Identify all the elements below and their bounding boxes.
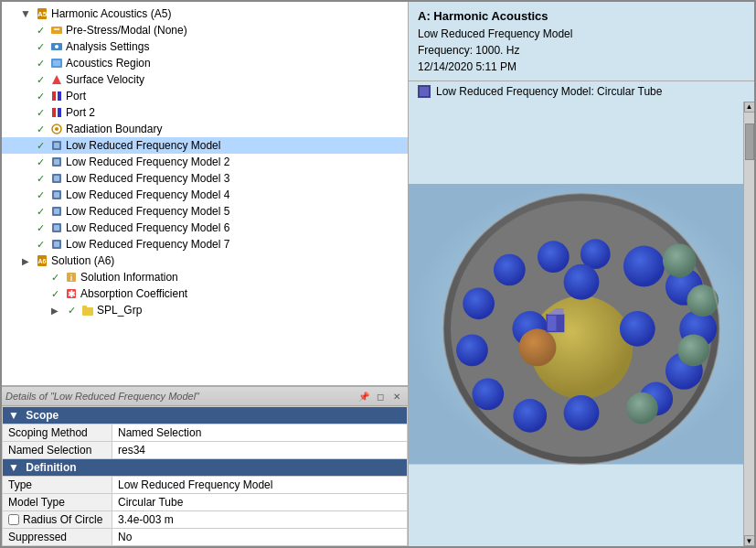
- check-icon: ✓: [33, 72, 48, 87]
- close-button[interactable]: ✕: [389, 389, 404, 403]
- svg-marker-64: [556, 315, 563, 331]
- svg-rect-28: [54, 242, 59, 247]
- tree-item-surface-velocity[interactable]: ✓ Surface Velocity: [2, 71, 408, 88]
- tree-item-solution[interactable]: ▶ A6 Solution (A6): [2, 253, 408, 269]
- value-cell[interactable]: No: [112, 529, 408, 546]
- tree-item-absorption[interactable]: ✓ ✱ Absorption Coefficient: [2, 285, 408, 302]
- collapse-icon: ▼: [8, 409, 19, 422]
- table-row: Suppressed No: [3, 529, 408, 546]
- tree-item-lrf6[interactable]: ✓ Low Reduced Frequency Model 6: [2, 220, 408, 236]
- lrf-icon: [49, 220, 64, 235]
- tree-label: Absorption Coefficient: [80, 287, 187, 300]
- check-icon: ✓: [33, 23, 48, 38]
- tree-item-lrf5[interactable]: ✓ Low Reduced Frequency Model 5: [2, 203, 408, 220]
- svg-rect-11: [52, 108, 56, 117]
- svg-point-5: [55, 45, 59, 48]
- value-cell[interactable]: 3.4e-003 m: [112, 511, 408, 529]
- tree-item-harmonic-acoustics[interactable]: ▼ A5 Harmonic Acoustics (A5): [2, 5, 408, 22]
- tree-item-analysis-settings[interactable]: ✓ Analysis Settings: [2, 38, 408, 55]
- check-icon: ✓: [48, 286, 62, 301]
- check-icon: ✓: [33, 105, 48, 120]
- tree-item-lrf3[interactable]: ✓ Low Reduced Frequency Model 3: [2, 170, 408, 187]
- key-cell: Type: [3, 477, 112, 494]
- tree-label: Harmonic Acoustics (A5): [51, 7, 171, 20]
- 3d-visualization: [409, 102, 754, 547]
- tree-item-lrf4[interactable]: ✓ Low Reduced Frequency Model 4: [2, 187, 408, 203]
- lrf-icon: [49, 171, 64, 186]
- svg-point-55: [564, 263, 600, 299]
- tree-item-radiation-boundary[interactable]: ✓ Radiation Boundary: [2, 121, 408, 137]
- collapse-icon: ▼: [8, 461, 19, 474]
- tree-item-lrf1[interactable]: ✓ Low Reduced Frequency Model: [2, 137, 408, 154]
- window-button[interactable]: ◻: [373, 389, 388, 403]
- definition-label: Definition: [26, 461, 76, 474]
- check-icon: ✓: [33, 56, 48, 70]
- details-header-icons: 📌 ◻ ✕: [357, 389, 404, 403]
- key-cell: Radius Of Circle: [3, 511, 112, 529]
- legend-color-swatch: [418, 85, 431, 98]
- tree-label: Low Reduced Frequency Model 4: [66, 188, 229, 201]
- check-icon: ✓: [33, 138, 48, 153]
- check-icon: ✓: [33, 204, 48, 219]
- tree-label: Port: [66, 90, 86, 102]
- lightning-icon: A6: [35, 253, 49, 268]
- lrf-icon: [49, 138, 64, 153]
- value-cell[interactable]: Circular Tube: [112, 494, 408, 511]
- tree-label: Low Reduced Frequency Model: [66, 139, 220, 152]
- check-icon: ✓: [64, 303, 79, 317]
- tree-panel[interactable]: ▼ A5 Harmonic Acoustics (A5) ✓ Pre-Stres…: [2, 2, 408, 386]
- svg-point-48: [456, 334, 488, 366]
- tree-item-spl-grp[interactable]: ▶ ✓ SPL_Grp: [2, 302, 408, 318]
- svg-point-49: [463, 287, 495, 319]
- tree-item-port2[interactable]: ✓ Port 2: [2, 104, 408, 121]
- value-cell[interactable]: res34: [112, 442, 408, 459]
- svg-point-59: [677, 334, 709, 366]
- table-row: Model Type Circular Tube: [3, 494, 408, 511]
- svg-rect-16: [54, 143, 59, 148]
- value-cell[interactable]: Named Selection: [112, 424, 408, 442]
- settings-icon: [49, 39, 64, 54]
- port2-icon: [49, 105, 64, 120]
- svg-point-47: [472, 378, 504, 410]
- scroll-down-button[interactable]: ▼: [744, 535, 755, 546]
- svg-rect-20: [54, 176, 59, 181]
- value-cell[interactable]: Low Reduced Frequency Model: [112, 477, 408, 494]
- solution-info-icon: i: [64, 270, 79, 285]
- check-icon: ✓: [33, 171, 48, 186]
- tree-item-pre-stress[interactable]: ✓ Pre-Stress/Modal (None): [2, 22, 408, 38]
- key-cell: Suppressed: [3, 529, 112, 546]
- tree-item-lrf2[interactable]: ✓ Low Reduced Frequency Model 2: [2, 154, 408, 170]
- svg-text:i: i: [70, 274, 73, 283]
- key-cell: Scoping Method: [3, 424, 112, 442]
- svg-marker-8: [52, 75, 61, 84]
- tree-label: Port 2: [66, 106, 95, 119]
- svg-rect-36: [82, 306, 87, 309]
- table-row: Named Selection res34: [3, 442, 408, 459]
- key-cell: Model Type: [3, 494, 112, 511]
- scroll-up-button[interactable]: ▲: [744, 102, 755, 113]
- tree-item-acoustics-region[interactable]: ✓ Acoustics Region: [2, 55, 408, 71]
- svg-point-51: [538, 241, 570, 273]
- tree-item-lrf7[interactable]: ✓ Low Reduced Frequency Model 7: [2, 236, 408, 253]
- svg-text:A5: A5: [37, 10, 48, 18]
- absorption-icon: ✱: [64, 286, 79, 301]
- lrf-icon: [49, 155, 64, 169]
- lrf-icon: [49, 204, 64, 219]
- lightning-icon: A5: [35, 6, 49, 21]
- tree-label: Low Reduced Frequency Model 5: [66, 205, 229, 218]
- tree-item-solution-info[interactable]: ✓ i Solution Information: [2, 269, 408, 285]
- scroll-thumb[interactable]: [745, 124, 754, 160]
- main-container: ▼ A5 Harmonic Acoustics (A5) ✓ Pre-Stres…: [0, 0, 756, 548]
- tree-item-port[interactable]: ✓ Port: [2, 88, 408, 104]
- viewport-title: A: Harmonic Acoustics: [418, 7, 745, 26]
- details-header: Details of "Low Reduced Frequency Model"…: [2, 387, 408, 406]
- collapse-icon: ▼: [18, 6, 33, 21]
- vertical-scrollbar[interactable]: ▲ ▼: [743, 102, 754, 547]
- tree-label: Acoustics Region: [66, 57, 151, 70]
- check-icon: ✓: [33, 220, 48, 235]
- radius-checkbox[interactable]: [8, 514, 19, 525]
- svg-point-41: [623, 245, 665, 286]
- svg-point-52: [580, 239, 611, 269]
- svg-rect-9: [52, 91, 56, 101]
- pin-button[interactable]: 📌: [357, 389, 371, 403]
